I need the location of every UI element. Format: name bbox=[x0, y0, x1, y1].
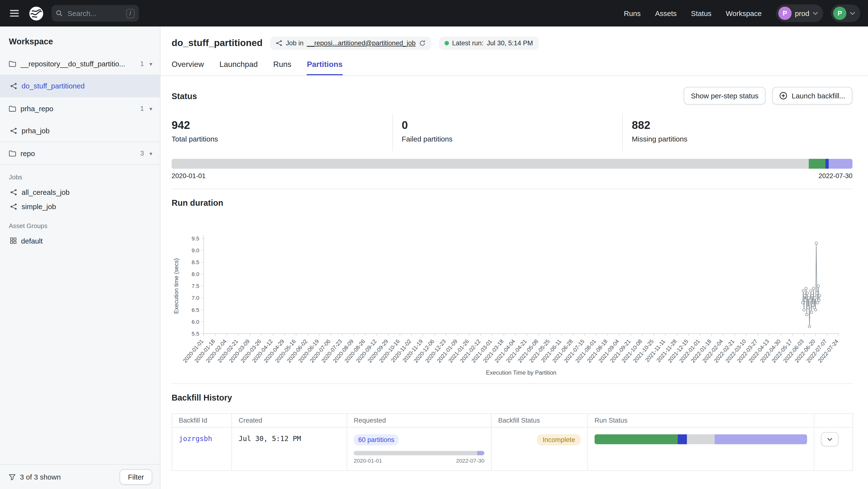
job-tag: Job in __reposi...artitioned@partitioned… bbox=[270, 37, 431, 50]
top-navigation-bar: / Runs Assets Status Workspace P prod P bbox=[0, 0, 868, 27]
run-status-bar[interactable] bbox=[594, 434, 807, 444]
col-run-status: Run Status bbox=[588, 414, 814, 427]
repo-count-badge: 3 bbox=[140, 149, 144, 157]
sidebar-footer: 3 of 3 shown Filter bbox=[0, 464, 160, 489]
expander-caret-icon[interactable]: ▾ bbox=[148, 150, 153, 156]
requested-bar-end-date: 2022-07-30 bbox=[456, 457, 485, 463]
bar-segment bbox=[809, 159, 825, 169]
bar-segment bbox=[677, 434, 687, 444]
requested-bar-start-date: 2020-01-01 bbox=[354, 457, 382, 463]
launch-backfill-button[interactable]: Launch backfill... bbox=[772, 87, 852, 104]
user-menu[interactable]: P bbox=[831, 4, 860, 22]
col-backfill-status: Backfill Status bbox=[491, 414, 587, 427]
deployment-label: prod bbox=[795, 9, 809, 18]
job-icon bbox=[276, 40, 282, 46]
run-duration-chart: 9.59.08.58.07.57.06.56.05.52020-01-01202… bbox=[172, 232, 845, 380]
job-label: do_stuff_partitioned bbox=[22, 82, 85, 90]
reload-icon[interactable] bbox=[419, 40, 426, 46]
run-duration-heading: Run duration bbox=[172, 198, 852, 207]
section-divider bbox=[172, 189, 852, 189]
chevron-down-icon bbox=[827, 437, 833, 441]
filter-funnel-icon bbox=[9, 474, 16, 480]
search-input[interactable] bbox=[66, 8, 122, 18]
svg-text:8.5: 8.5 bbox=[191, 259, 199, 265]
deployment-switcher[interactable]: P prod bbox=[776, 4, 823, 22]
chevron-down-icon bbox=[850, 11, 856, 15]
sidebar-item-all-cereals-job[interactable]: all_cereals_job bbox=[0, 185, 160, 199]
nav-workspace[interactable]: Workspace bbox=[726, 9, 762, 18]
bar-segment bbox=[687, 434, 715, 444]
folder-icon bbox=[9, 61, 16, 67]
bar-segment bbox=[477, 451, 485, 455]
backfill-history-heading: Backfill History bbox=[172, 393, 852, 402]
col-backfill-id: Backfill Id bbox=[172, 414, 232, 427]
grid-icon bbox=[10, 237, 17, 244]
folder-icon bbox=[9, 150, 16, 156]
expander-caret-icon[interactable]: ▾ bbox=[148, 105, 153, 111]
asset-groups-section: Asset Groups default bbox=[0, 214, 160, 248]
sidebar-item-do-stuff-partitioned[interactable]: do_stuff_partitioned bbox=[0, 75, 160, 97]
repo-count-badge: 1 bbox=[140, 105, 144, 112]
repo-label: __repository__do_stuff_partitio... bbox=[20, 59, 125, 68]
sidebar-item-prha-job[interactable]: prha_job bbox=[0, 120, 160, 141]
backfill-id-link[interactable]: jozrgsbh bbox=[179, 434, 212, 443]
main-content: do_stuff_partitioned Job in __reposi...a… bbox=[160, 27, 868, 489]
bar-segment bbox=[825, 159, 829, 169]
show-per-step-status-button[interactable]: Show per-step status bbox=[684, 87, 766, 104]
stat-label: Failed partitions bbox=[402, 135, 622, 143]
search-box[interactable]: / bbox=[52, 5, 139, 22]
sidebar-item-simple-job[interactable]: simple_job bbox=[0, 199, 160, 214]
nav-status[interactable]: Status bbox=[691, 9, 711, 18]
svg-text:9.5: 9.5 bbox=[191, 235, 199, 241]
sidebar-item-default-asset-group[interactable]: default bbox=[0, 233, 160, 248]
tab-partitions[interactable]: Partitions bbox=[307, 60, 343, 75]
tab-overview[interactable]: Overview bbox=[172, 60, 204, 75]
backfill-created-time: Jul 30, 5:12 PM bbox=[239, 434, 301, 443]
hamburger-menu-icon[interactable] bbox=[8, 8, 21, 19]
repo-label: prha_repo bbox=[20, 104, 53, 112]
partition-bar-start-date: 2020-01-01 bbox=[172, 172, 206, 180]
svg-text:5.5: 5.5 bbox=[191, 330, 199, 337]
status-heading: Status bbox=[172, 91, 197, 101]
plus-circle-icon bbox=[779, 92, 787, 100]
svg-text:Execution Time by Partition: Execution Time by Partition bbox=[486, 369, 556, 376]
sidebar-item-repo[interactable]: repo 3 ▾ bbox=[0, 142, 160, 164]
job-label: all_cereals_job bbox=[22, 188, 70, 196]
stat-value: 0 bbox=[402, 119, 622, 132]
dagster-logo bbox=[29, 6, 44, 21]
tab-launchpad[interactable]: Launchpad bbox=[219, 60, 258, 75]
stat-label: Missing partitions bbox=[632, 135, 852, 143]
page-title: do_stuff_partitioned bbox=[172, 38, 262, 49]
partition-bar-end-date: 2022-07-30 bbox=[818, 172, 852, 180]
latest-run-time-link[interactable]: Jul 30, 5:14 PM bbox=[487, 39, 533, 47]
sidebar-item-prha-repo[interactable]: prha_repo 1 ▾ bbox=[0, 97, 160, 120]
svg-text:6.0: 6.0 bbox=[191, 319, 199, 325]
svg-text:9.0: 9.0 bbox=[191, 247, 199, 254]
sidebar-item-repository[interactable]: __repository__do_stuff_partitio... 1 ▾ bbox=[0, 53, 160, 75]
svg-text:7.5: 7.5 bbox=[191, 283, 199, 289]
shown-count-text: 3 of 3 shown bbox=[20, 473, 61, 481]
bar-segment bbox=[715, 434, 807, 444]
job-tag-link[interactable]: __reposi...artitioned@partitioned_job bbox=[307, 39, 415, 47]
filter-button[interactable]: Filter bbox=[120, 469, 152, 485]
nav-assets[interactable]: Assets bbox=[655, 9, 677, 18]
nav-runs[interactable]: Runs bbox=[624, 9, 641, 18]
job-icon bbox=[10, 82, 17, 90]
workspace-sidebar: Workspace __repository__do_stuff_partiti… bbox=[0, 27, 160, 489]
col-actions bbox=[814, 414, 853, 427]
bar-segment bbox=[172, 159, 809, 169]
svg-text:Execution time (secs): Execution time (secs) bbox=[173, 258, 179, 314]
deployment-avatar: P bbox=[778, 6, 792, 20]
row-expand-button[interactable] bbox=[821, 432, 839, 446]
job-label: simple_job bbox=[22, 202, 56, 210]
sidebar-title: Workspace bbox=[0, 27, 160, 53]
requested-progress-bar bbox=[354, 451, 485, 455]
expander-caret-icon[interactable]: ▾ bbox=[148, 61, 153, 67]
svg-text:6.5: 6.5 bbox=[191, 307, 199, 313]
folder-icon bbox=[9, 105, 16, 111]
asset-groups-section-title: Asset Groups bbox=[0, 220, 160, 234]
partition-status-bar[interactable] bbox=[172, 159, 852, 169]
tab-runs[interactable]: Runs bbox=[273, 60, 291, 75]
repo-label: repo bbox=[20, 149, 35, 157]
user-avatar: P bbox=[833, 6, 846, 20]
